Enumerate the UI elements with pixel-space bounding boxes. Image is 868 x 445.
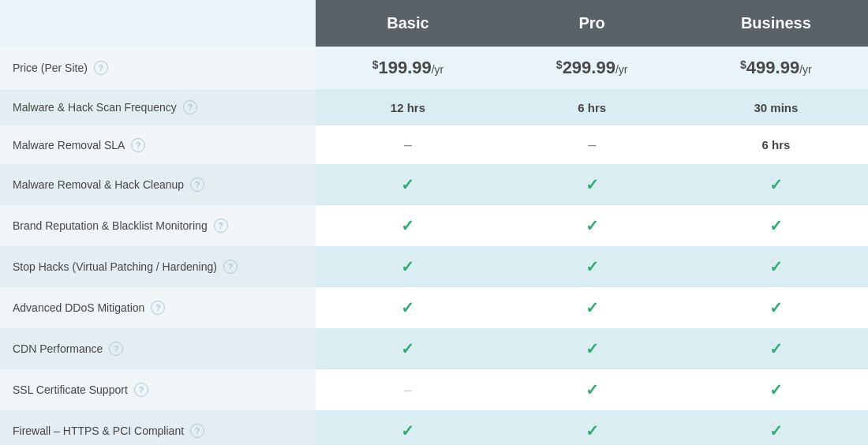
pricing-table-wrapper: Basic Pro Business Price (Per Site) ? $1… — [0, 0, 868, 445]
checkmark-icon: ✓ — [401, 299, 414, 316]
checkmark-icon: ✓ — [586, 217, 599, 234]
plan-cell-2-1: – — [500, 125, 684, 164]
info-icon[interactable]: ? — [214, 219, 228, 233]
plan-cell-7-1: ✓ — [500, 328, 684, 369]
checkmark-icon: ✓ — [769, 299, 783, 316]
feature-label: Brand Reputation & Blacklist Monitoring — [13, 219, 208, 232]
feature-cell-4: Brand Reputation & Blacklist Monitoring … — [0, 205, 316, 246]
plan-cell-0-2: $499.99/yr — [684, 47, 868, 89]
feature-label: CDN Performance — [13, 342, 103, 355]
plan-cell-3-1: ✓ — [500, 164, 684, 205]
plan-cell-5-0: ✓ — [316, 246, 499, 287]
plan-cell-7-0: ✓ — [316, 328, 499, 369]
feature-label: Stop Hacks (Virtual Patching / Hardening… — [13, 260, 217, 273]
empty-header — [0, 0, 316, 47]
checkmark-icon: ✓ — [586, 299, 599, 316]
price-display: $199.99/yr — [372, 63, 444, 76]
dash-indicator: – — [404, 136, 412, 152]
scan-value: 30 mins — [754, 101, 798, 114]
info-icon[interactable]: ? — [183, 100, 197, 114]
info-icon[interactable]: ? — [131, 138, 145, 152]
feature-label: Advanced DDoS Mitigation — [13, 301, 144, 314]
checkmark-icon: ✓ — [586, 340, 599, 357]
plan-cell-6-2: ✓ — [684, 287, 868, 328]
feature-cell-3: Malware Removal & Hack Cleanup ? — [0, 164, 316, 205]
scan-value: 12 hrs — [391, 101, 425, 114]
plan-cell-2-2: 6 hrs — [684, 125, 868, 164]
checkmark-icon: ✓ — [769, 217, 783, 234]
plan-cell-4-0: ✓ — [316, 205, 499, 246]
checkmark-icon: ✓ — [401, 258, 414, 275]
feature-label: Malware & Hack Scan Frequency — [13, 101, 177, 114]
feature-label: Price (Per Site) — [13, 62, 88, 74]
checkmark-icon: ✓ — [769, 381, 783, 398]
plan-cell-4-2: ✓ — [684, 205, 868, 246]
price-display: $499.99/yr — [740, 63, 812, 76]
plan-cell-8-1: ✓ — [500, 369, 684, 410]
dash-indicator: – — [404, 382, 412, 398]
feature-cell-7: CDN Performance ? — [0, 328, 316, 369]
feature-cell-2: Malware Removal SLA ? — [0, 125, 316, 164]
plan-cell-6-1: ✓ — [500, 287, 684, 328]
checkmark-icon: ✓ — [401, 340, 414, 357]
plan-cell-0-1: $299.99/yr — [500, 47, 684, 89]
plan-cell-9-2: ✓ — [684, 410, 868, 445]
feature-cell-9: Firewall – HTTPS & PCI Compliant ? — [0, 410, 316, 445]
checkmark-icon: ✓ — [586, 176, 599, 193]
info-icon[interactable]: ? — [190, 424, 204, 438]
plan-cell-5-1: ✓ — [500, 246, 684, 287]
info-icon[interactable]: ? — [134, 383, 148, 397]
plan-cell-6-0: ✓ — [316, 287, 499, 328]
info-icon[interactable]: ? — [109, 342, 123, 356]
info-icon[interactable]: ? — [223, 260, 238, 274]
plan-cell-9-1: ✓ — [500, 410, 684, 445]
plan-cell-1-0: 12 hrs — [316, 89, 499, 125]
feature-cell-5: Stop Hacks (Virtual Patching / Hardening… — [0, 246, 316, 287]
feature-cell-0: Price (Per Site) ? — [0, 47, 316, 89]
plan-header-basic: Basic — [316, 0, 499, 47]
plan-cell-3-2: ✓ — [684, 164, 868, 205]
info-icon[interactable]: ? — [190, 178, 204, 192]
plan-cell-4-1: ✓ — [500, 205, 684, 246]
plan-cell-3-0: ✓ — [316, 164, 499, 205]
plan-cell-7-2: ✓ — [684, 328, 868, 369]
feature-label: Malware Removal & Hack Cleanup — [13, 178, 184, 191]
checkmark-icon: ✓ — [586, 422, 599, 439]
plan-header-business: Business — [684, 0, 868, 47]
plan-cell-1-2: 30 mins — [684, 89, 868, 125]
checkmark-icon: ✓ — [769, 258, 783, 275]
plan-cell-5-2: ✓ — [684, 246, 868, 287]
info-icon[interactable]: ? — [151, 301, 165, 315]
scan-value: 6 hrs — [578, 101, 606, 114]
plan-cell-0-0: $199.99/yr — [316, 47, 499, 89]
sla-value: 6 hrs — [761, 138, 790, 151]
plan-cell-9-0: ✓ — [316, 410, 499, 445]
checkmark-icon: ✓ — [401, 176, 414, 193]
checkmark-icon: ✓ — [769, 176, 783, 193]
checkmark-icon: ✓ — [401, 422, 414, 439]
plan-header-pro: Pro — [500, 0, 684, 47]
feature-cell-6: Advanced DDoS Mitigation ? — [0, 287, 316, 328]
plan-cell-2-0: – — [316, 125, 499, 164]
checkmark-icon: ✓ — [769, 422, 783, 439]
plan-cell-8-0: – — [316, 369, 499, 410]
checkmark-icon: ✓ — [769, 340, 783, 357]
checkmark-icon: ✓ — [586, 381, 599, 398]
price-display: $299.99/yr — [556, 63, 628, 76]
feature-label: SSL Certificate Support — [13, 383, 128, 396]
checkmark-icon: ✓ — [586, 258, 599, 275]
info-icon[interactable]: ? — [94, 61, 108, 75]
pricing-table: Basic Pro Business Price (Per Site) ? $1… — [0, 0, 868, 445]
feature-cell-1: Malware & Hack Scan Frequency ? — [0, 89, 316, 125]
plan-cell-8-2: ✓ — [684, 369, 868, 410]
feature-cell-8: SSL Certificate Support ? — [0, 369, 316, 410]
dash-indicator: – — [588, 136, 596, 152]
checkmark-icon: ✓ — [401, 217, 414, 234]
feature-label: Firewall – HTTPS & PCI Compliant — [13, 424, 184, 437]
plan-cell-1-1: 6 hrs — [500, 89, 684, 125]
feature-label: Malware Removal SLA — [13, 139, 125, 151]
